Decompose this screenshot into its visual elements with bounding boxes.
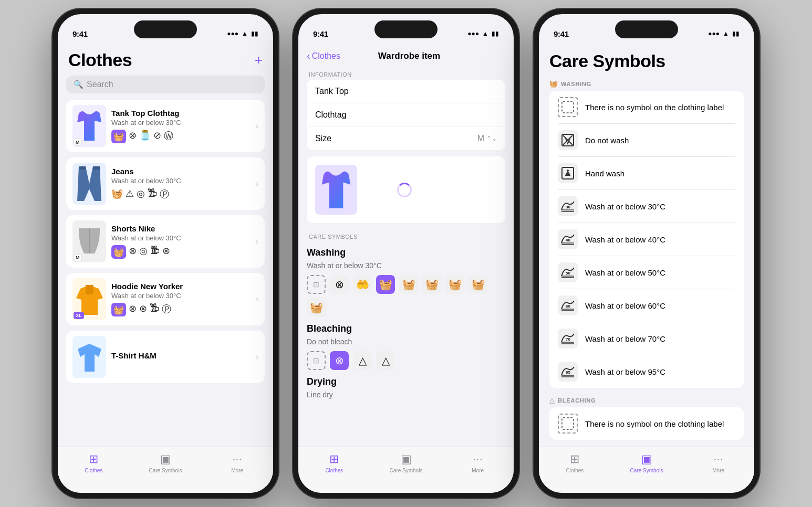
info-section-label: INFORMATION	[298, 67, 514, 80]
status-icons-2: ●●● ▲ ▮▮	[467, 30, 499, 37]
tshirt-image	[75, 341, 104, 373]
wash30-box-active[interactable]: 🧺	[376, 275, 395, 294]
no-label-text: There is no symbol on the clothing label	[585, 103, 724, 112]
bleach-warn2[interactable]: △	[376, 351, 395, 370]
chevron-left-icon: ‹	[307, 50, 310, 62]
wash40-svg: 40	[560, 234, 575, 245]
status-time-3: 9:41	[554, 29, 569, 38]
chevron-icon: ›	[256, 294, 258, 304]
status-icons-3: ●●● ▲ ▮▮	[708, 30, 740, 37]
no-wash-symbol: ⊗	[129, 303, 137, 316]
no-bleach-active[interactable]: ⊗	[330, 351, 349, 370]
wash95-svg: 95	[560, 366, 575, 377]
chevron-icon: ›	[256, 121, 258, 131]
wifi-icon: ▲	[242, 30, 248, 37]
more-tab-icon-2: ···	[473, 452, 483, 466]
bleaching-subtitle: Do not bleach	[307, 337, 505, 346]
more-tab-label-2: More	[472, 468, 484, 473]
wash50-box[interactable]: 🧺	[422, 275, 441, 294]
add-button[interactable]: +	[255, 52, 263, 68]
no-bleach-icon: ⊗	[335, 354, 344, 367]
list-item[interactable]: XL Hoodie New Yorker Wash at or below 30…	[66, 273, 265, 325]
tab-care-3[interactable]: ▣ Care Symbols	[611, 452, 683, 473]
wardrobe-scroll[interactable]: INFORMATION Tank Top Clothtag Size M ⌃⌄	[298, 67, 514, 447]
hand-wash-icon: 🤲	[356, 278, 369, 291]
care-symbol-item[interactable]: 70 Wash at or below 70°C	[558, 322, 735, 355]
bleach-warn1[interactable]: △	[353, 351, 372, 370]
item-info: Hoodie New Yorker Wash at or below 30°C …	[111, 282, 258, 316]
wash60-icon: 🧺	[449, 278, 462, 291]
list-item[interactable]: Jeans Wash at or below 30°C 🧺 ⚠ ◎ 🗜 Ⓟ ›	[66, 157, 265, 210]
no-dry-symbol: ⊘	[153, 130, 161, 143]
care-symbol-item[interactable]: 40 Wash at or below 40°C	[558, 223, 735, 256]
shorts-image	[76, 227, 102, 256]
tab-clothes[interactable]: ⊞ Clothes	[58, 452, 130, 473]
search-placeholder: Search	[87, 80, 113, 89]
care-symbols-scroll[interactable]: Care Symbols 🧺 WASHING	[539, 46, 754, 447]
care-symbol-item[interactable]: There is no symbol on the clothing label	[558, 91, 735, 124]
tab-more[interactable]: ··· More	[201, 452, 273, 473]
signal-icon: ●●●	[708, 30, 720, 37]
care-symbol-item[interactable]: 30 Wash at or below 30°C	[558, 190, 735, 223]
wash70-box[interactable]: 🧺	[469, 275, 487, 294]
care-symbol-item-bleach[interactable]: There is no symbol on the clothing label	[558, 407, 735, 440]
no-sym-box[interactable]: ⊡	[307, 275, 326, 294]
clothes-title: Clothes	[68, 50, 132, 70]
care-symbol-item[interactable]: 60 Wash at or below 60°C	[558, 289, 735, 322]
item-name: Tank Top Clothtag	[111, 109, 258, 118]
wash50-icon: 🧺	[425, 278, 439, 291]
search-bar[interactable]: 🔍 Search	[66, 76, 265, 93]
item-symbols: 🧺 ⊗ ◎ 🗜 ⊗	[111, 245, 258, 259]
no-wash-box[interactable]: ⊗	[330, 275, 349, 294]
tab-more-2[interactable]: ··· More	[442, 452, 514, 473]
tab-clothes-2[interactable]: ⊞ Clothes	[298, 452, 370, 473]
no-bleach-empty[interactable]: ⊡	[307, 351, 326, 370]
chevron-icon: ›	[256, 237, 258, 246]
dynamic-island-1	[134, 20, 197, 38]
tab-clothes-3[interactable]: ⊞ Clothes	[539, 452, 611, 473]
care-symbol-item[interactable]: Hand wash	[558, 157, 735, 190]
list-item[interactable]: M Shorts Nike Wash at or below 30°C 🧺 ⊗ …	[66, 215, 265, 268]
svg-point-7	[567, 170, 569, 172]
wash30-icon-display: 30	[558, 196, 578, 216]
back-button[interactable]: ‹ Clothes	[307, 50, 340, 62]
tab-more-3[interactable]: ··· More	[682, 452, 754, 473]
tab-care-2[interactable]: ▣ Care Symbols	[370, 452, 442, 473]
form-row-name: Tank Top	[307, 80, 505, 103]
wash60-icon-display: 60	[558, 295, 578, 315]
warn1-icon: △	[359, 354, 367, 367]
item-info: Jeans Wash at or below 30°C 🧺 ⚠ ◎ 🗜 Ⓟ	[111, 167, 258, 200]
clothes-list[interactable]: M Tank Top Clothtag Wash at or below 30°…	[58, 100, 273, 447]
wash40-box[interactable]: 🧺	[399, 275, 418, 294]
dashed-box-icon: ⊡	[313, 280, 319, 289]
list-item[interactable]: T-Shirt H&M ›	[66, 331, 265, 383]
wash50-text: Wash at or below 50°C	[585, 268, 665, 277]
hand-wash-box[interactable]: 🤲	[353, 275, 372, 294]
more-tab-label: More	[231, 468, 243, 473]
tab-bar-3: ⊞ Clothes ▣ Care Symbols ··· More	[539, 447, 754, 493]
item-info: T-Shirt H&M	[111, 351, 258, 363]
washing-symbols-row[interactable]: ⊡ ⊗ 🤲 🧺 🧺	[307, 275, 505, 317]
dashed-icon: ⊡	[313, 356, 319, 365]
wash50-svg: 50	[560, 267, 575, 278]
wash95-box[interactable]: 🧺	[307, 298, 326, 317]
bleaching-header-label: BLEACHING	[558, 397, 596, 404]
care-symbols-screen: Care Symbols 🧺 WASHING	[539, 46, 754, 445]
bleaching-symbols-row[interactable]: ⊡ ⊗ △ △	[307, 351, 505, 370]
care-tab-icon: ▣	[160, 452, 171, 466]
size-value: M ⌃⌄	[477, 134, 497, 143]
wash60-box[interactable]: 🧺	[445, 275, 464, 294]
tab-care-symbols[interactable]: ▣ Care Symbols	[130, 452, 202, 473]
washing-header-label: WASHING	[561, 81, 591, 87]
care-symbol-item[interactable]: 50 Wash at or below 50°C	[558, 256, 735, 289]
wash95-icon: 🧺	[310, 301, 323, 314]
care-symbol-item[interactable]: Do not wash	[558, 124, 735, 157]
bleaching-title: Bleaching	[307, 323, 505, 334]
care-symbol-item[interactable]: 95 Wash at or below 95°C	[558, 355, 735, 388]
item-image: M	[72, 105, 106, 147]
wash50-icon-display: 50	[558, 262, 578, 282]
item-name: Shorts Nike	[111, 224, 258, 233]
clothes-tab-label-3: Clothes	[566, 468, 584, 473]
wash30-text: Wash at or below 30°C	[585, 202, 665, 211]
list-item[interactable]: M Tank Top Clothtag Wash at or below 30°…	[66, 100, 265, 152]
